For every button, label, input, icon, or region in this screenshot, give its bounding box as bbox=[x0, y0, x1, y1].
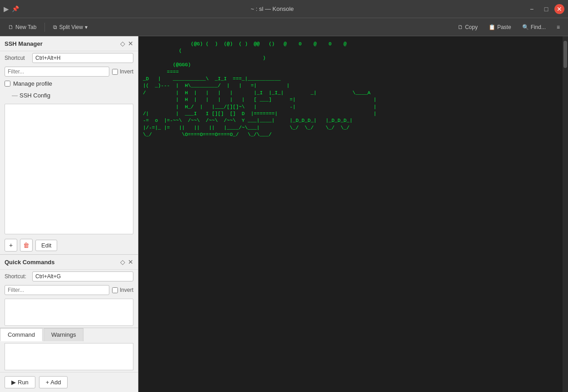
copy-icon: 🗋 bbox=[458, 24, 463, 30]
qc-close-icon[interactable]: ✕ bbox=[128, 258, 133, 266]
ssh-add-button[interactable]: + bbox=[5, 239, 17, 252]
quick-commands-icons: ◇ ✕ bbox=[120, 258, 133, 266]
tab-warnings[interactable]: Warnings bbox=[44, 328, 83, 341]
qc-invert-label: Invert bbox=[120, 287, 133, 293]
terminal-area[interactable]: (@G) ( ) (@) ( ) @@ () @ 0 @ 0 @ ( ) (@G… bbox=[138, 36, 568, 392]
quick-commands-header: Quick Commands ◇ ✕ bbox=[0, 255, 138, 270]
ssh-filter-row: Invert bbox=[0, 65, 138, 78]
new-tab-label: New Tab bbox=[15, 24, 36, 30]
menu-button[interactable]: ≡ bbox=[552, 22, 564, 32]
new-tab-icon: 🗋 bbox=[8, 24, 14, 30]
find-icon: 🔍 bbox=[522, 24, 529, 30]
split-view-button[interactable]: ⧉ Split View ▾ bbox=[49, 22, 92, 32]
ssh-action-row: + 🗑 Edit bbox=[0, 236, 138, 254]
qc-filter-input[interactable] bbox=[5, 285, 109, 295]
quick-commands-title: Quick Commands bbox=[5, 259, 55, 266]
ssh-tree-area bbox=[5, 104, 133, 234]
quick-commands-section: Quick Commands ◇ ✕ Shortcut: Invert bbox=[0, 255, 138, 392]
ssh-invert-label: Invert bbox=[120, 68, 133, 75]
title-bar-left: ▶ 📌 bbox=[4, 5, 19, 13]
manage-profile-row: Manage profile bbox=[0, 78, 138, 89]
paste-icon: 📋 bbox=[489, 24, 495, 30]
qc-shortcut-row: Shortcut: bbox=[0, 270, 138, 283]
toolbar-right: 🗋 Copy 📋 Paste 🔍 Find... ≡ bbox=[453, 22, 564, 32]
title-bar: ▶ 📌 ~ : sl — Konsole − □ ✕ bbox=[0, 0, 568, 18]
qc-shortcut-label: Shortcut: bbox=[5, 273, 29, 280]
find-label: Find... bbox=[531, 24, 546, 30]
close-button[interactable]: ✕ bbox=[554, 4, 564, 14]
tabs-row: Command Warnings bbox=[0, 328, 138, 341]
bottom-actions: ▶ Run + Add bbox=[0, 372, 138, 392]
menu-icon: ≡ bbox=[557, 24, 560, 30]
scrollbar-track[interactable] bbox=[563, 36, 568, 392]
ssh-config-dash: — bbox=[12, 92, 18, 99]
qc-filter-row: Invert bbox=[0, 283, 138, 297]
copy-button[interactable]: 🗋 Copy bbox=[453, 22, 482, 32]
window-controls: − □ ✕ bbox=[525, 3, 564, 15]
ssh-filter-input[interactable] bbox=[5, 67, 109, 77]
ssh-config-label: SSH Config bbox=[20, 92, 50, 99]
ssh-config-item[interactable]: — SSH Config bbox=[9, 91, 133, 100]
qc-invert-row: Invert bbox=[112, 287, 133, 293]
ssh-shortcut-label: Shortcut bbox=[5, 55, 29, 61]
ssh-invert-row: Invert bbox=[112, 68, 133, 75]
tab-content-area bbox=[5, 343, 133, 370]
paste-button[interactable]: 📋 Paste bbox=[484, 22, 516, 32]
ssh-manager-icons: ◇ ✕ bbox=[120, 40, 133, 47]
run-icon: ▶ bbox=[11, 379, 16, 386]
run-label: Run bbox=[18, 379, 29, 386]
split-view-label: Split View bbox=[59, 24, 83, 30]
ssh-shortcut-row: Shortcut bbox=[0, 51, 138, 65]
minimize-button[interactable]: − bbox=[525, 3, 538, 15]
terminal-output: (@G) ( ) (@) ( ) @@ () @ 0 @ 0 @ ( ) (@G… bbox=[143, 41, 563, 138]
split-view-chevron: ▾ bbox=[85, 24, 88, 30]
split-view-icon: ⧉ bbox=[53, 24, 57, 30]
toolbar-separator bbox=[44, 23, 45, 32]
left-panel: SSH Manager ◇ ✕ Shortcut Invert Manage p… bbox=[0, 36, 138, 392]
ssh-delete-button[interactable]: 🗑 bbox=[20, 239, 33, 252]
tab-command[interactable]: Command bbox=[0, 328, 43, 341]
qc-shortcut-input[interactable] bbox=[32, 271, 133, 281]
copy-label: Copy bbox=[465, 24, 478, 30]
terminal-icon: ▶ bbox=[4, 5, 9, 13]
new-tab-button[interactable]: 🗋 New Tab bbox=[4, 22, 41, 32]
maximize-button[interactable]: □ bbox=[540, 3, 553, 15]
add-command-button[interactable]: + Add bbox=[39, 376, 68, 388]
scrollbar-thumb[interactable] bbox=[563, 41, 567, 68]
qc-list-area bbox=[5, 299, 133, 326]
ssh-invert-checkbox[interactable] bbox=[112, 69, 118, 75]
main-layout: SSH Manager ◇ ✕ Shortcut Invert Manage p… bbox=[0, 36, 568, 392]
add-icon: + bbox=[9, 242, 13, 249]
ssh-config-section: — SSH Config bbox=[0, 89, 138, 102]
delete-icon: 🗑 bbox=[23, 242, 29, 249]
window-title: ~ : sl — Konsole bbox=[19, 5, 525, 12]
find-button[interactable]: 🔍 Find... bbox=[518, 22, 550, 32]
qc-diamond-icon[interactable]: ◇ bbox=[120, 258, 125, 266]
toolbar: 🗋 New Tab ⧉ Split View ▾ 🗋 Copy 📋 Paste … bbox=[0, 18, 568, 36]
ssh-manager-diamond-icon[interactable]: ◇ bbox=[120, 40, 125, 47]
qc-invert-checkbox[interactable] bbox=[112, 287, 118, 293]
manage-profile-checkbox[interactable] bbox=[5, 81, 10, 87]
ssh-shortcut-input[interactable] bbox=[32, 53, 133, 63]
ssh-manager-header: SSH Manager ◇ ✕ bbox=[0, 36, 138, 51]
ssh-edit-button[interactable]: Edit bbox=[35, 240, 57, 251]
ssh-manager-title: SSH Manager bbox=[5, 40, 43, 47]
paste-label: Paste bbox=[497, 24, 511, 30]
pin-icon[interactable]: 📌 bbox=[12, 5, 19, 12]
manage-profile-label: Manage profile bbox=[13, 80, 52, 87]
add-command-label: + Add bbox=[46, 379, 61, 386]
run-button[interactable]: ▶ Run bbox=[5, 376, 35, 388]
ssh-manager-close-icon[interactable]: ✕ bbox=[128, 40, 133, 47]
